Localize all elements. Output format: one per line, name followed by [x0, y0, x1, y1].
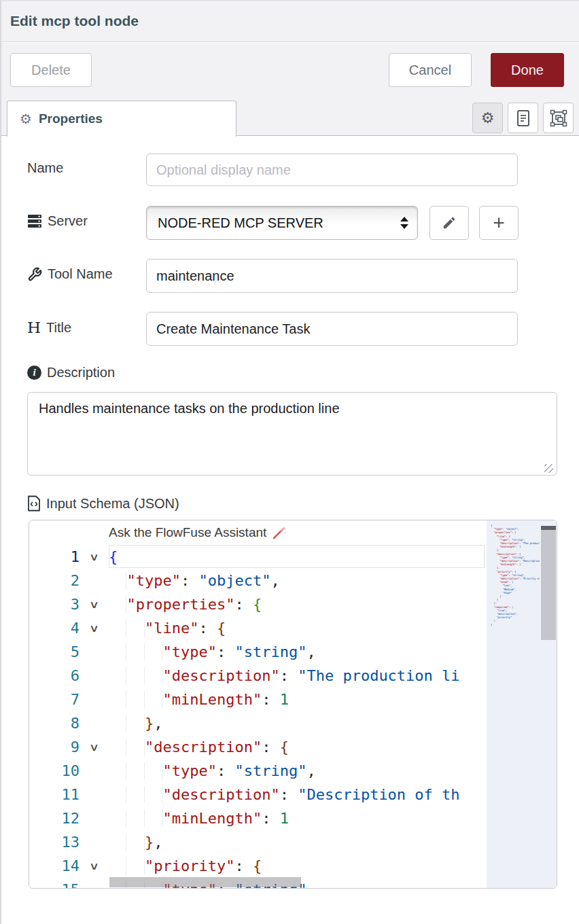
code-token: ,: [306, 762, 315, 779]
code-token: "minLength": [499, 563, 516, 566]
code-area[interactable]: 1∨{2 "type": "object",3∨ "properties": {…: [29, 545, 487, 889]
code-token: {: [217, 620, 226, 637]
code-token: "priority": [497, 616, 512, 619]
assistant-label: Ask the FlowFuse Assistant: [109, 525, 266, 540]
info-icon: i: [27, 366, 41, 380]
edit-server-button[interactable]: [429, 206, 469, 240]
code-token: [491, 584, 503, 587]
tab-properties[interactable]: ⚙ Properties: [7, 101, 236, 137]
code-line[interactable]: 9∨ "description": {: [29, 735, 487, 759]
code-token: ,: [514, 588, 516, 591]
title-label: H Title: [27, 319, 71, 336]
code-line[interactable]: 10 "type": "string",: [29, 759, 487, 783]
code-line-content: },: [109, 715, 487, 732]
code-token: "The production line w: [522, 541, 540, 545]
fold-chevron-icon[interactable]: ∨: [72, 599, 116, 611]
tab-bar: ⚙ Properties ⚙: [1, 96, 579, 136]
heading-icon: H: [27, 319, 41, 336]
code-token: :: [217, 762, 235, 779]
fold-chevron-icon[interactable]: ∨: [72, 741, 116, 753]
line-number: 2: [29, 572, 80, 589]
code-line-content: },: [109, 834, 487, 851]
minimap-content: { "type": "object", "properties": { "lin…: [491, 524, 540, 886]
code-token: :: [262, 810, 280, 827]
fold-chevron-icon[interactable]: ∨: [72, 551, 116, 563]
code-line[interactable]: 11 "description": "Description of th: [29, 783, 487, 806]
code-token: :: [262, 739, 280, 756]
code-line[interactable]: 13 },: [29, 830, 487, 854]
name-input[interactable]: [146, 154, 518, 186]
code-token: {: [280, 739, 289, 756]
add-server-button[interactable]: +: [479, 206, 519, 240]
minimap-line: }: [491, 623, 540, 626]
code-token: "High": [503, 591, 512, 594]
code-token: "Description of the de: [522, 559, 540, 563]
appearance-section-button[interactable]: [543, 103, 574, 133]
code-token: [491, 588, 503, 591]
description-section-button[interactable]: [508, 103, 538, 133]
code-token: :: [234, 857, 253, 874]
code-line[interactable]: 5 "type": "string",: [29, 640, 487, 664]
code-token: 1: [280, 810, 289, 827]
code-token: [109, 762, 162, 779]
code-line-content: "description": "Description of th: [109, 786, 487, 803]
code-token: ,: [154, 834, 162, 851]
code-token: :: [217, 643, 235, 660]
code-line[interactable]: 4∨ "line": {: [29, 616, 487, 640]
minimap[interactable]: { "type": "object", "properties": { "lin…: [487, 520, 557, 889]
code-token: "minLength": [162, 691, 262, 708]
title-input[interactable]: [146, 312, 518, 346]
code-line[interactable]: 6 "description": "The production li: [29, 664, 487, 688]
dialog-toolbar: Delete Cancel Done: [1, 43, 579, 96]
fold-chevron-icon[interactable]: ∨: [72, 860, 116, 872]
server-select-value: NODE-RED MCP SERVER: [158, 215, 323, 231]
code-token: :: [234, 596, 253, 613]
code-token: [109, 810, 162, 827]
code-token: 1: [280, 691, 289, 708]
code-line[interactable]: 1∨{: [29, 545, 487, 569]
tool-name-input[interactable]: [146, 259, 518, 293]
code-line[interactable]: 12 "minLength": 1: [29, 806, 487, 830]
code-line[interactable]: 7 "minLength": 1: [29, 688, 487, 711]
code-token: :: [280, 667, 298, 684]
line-number: 13: [29, 834, 80, 851]
done-button[interactable]: Done: [491, 53, 564, 87]
code-token: 1: [519, 563, 521, 566]
vertical-scrollbar-thumb[interactable]: [541, 526, 556, 640]
code-token: ,: [518, 527, 519, 531]
code-token: "string": [234, 762, 306, 779]
code-token: ,: [516, 612, 518, 616]
code-token: "Description of th: [298, 786, 459, 803]
title-label-text: Title: [46, 320, 71, 336]
code-token: "The production li: [298, 667, 459, 684]
cancel-button[interactable]: Cancel: [389, 53, 472, 87]
code-token: "properties": [127, 596, 235, 613]
resize-handle[interactable]: [544, 464, 553, 473]
wrench-icon: [27, 267, 42, 282]
code-token: "object": [198, 572, 270, 589]
horizontal-scrollbar-thumb[interactable]: [109, 877, 301, 887]
line-number: 8: [29, 715, 80, 732]
code-line-content: "properties": {: [109, 596, 487, 613]
code-token: "minLength": [499, 545, 516, 548]
server-select[interactable]: NODE-RED MCP SERVER: [146, 206, 418, 240]
delete-button[interactable]: Delete: [10, 53, 92, 87]
code-token: "priority": [145, 857, 234, 874]
json-code-editor[interactable]: Ask the FlowFuse Assistant 1∨{2 "type": …: [29, 520, 557, 889]
code-line[interactable]: 14∨ "priority": {: [29, 854, 487, 878]
code-line-content: "type": "string",: [109, 643, 487, 660]
code-token: [491, 535, 497, 538]
code-line[interactable]: 3∨ "properties": {: [29, 592, 487, 616]
code-line[interactable]: 2 "type": "object",: [29, 569, 487, 592]
vertical-scrollbar[interactable]: [541, 520, 556, 889]
code-token: "line": [145, 620, 198, 637]
code-token: "type": [162, 643, 216, 660]
description-textarea[interactable]: Handles maintenance tasks on the product…: [27, 392, 557, 476]
fold-chevron-icon[interactable]: ∨: [72, 622, 116, 635]
properties-section-button[interactable]: ⚙: [472, 103, 503, 133]
appearance-icon: [550, 109, 567, 127]
code-token: "minLength": [162, 810, 262, 827]
code-line[interactable]: 8 },: [29, 711, 487, 735]
code-token: [491, 570, 497, 573]
assistant-header[interactable]: Ask the FlowFuse Assistant: [29, 520, 487, 545]
